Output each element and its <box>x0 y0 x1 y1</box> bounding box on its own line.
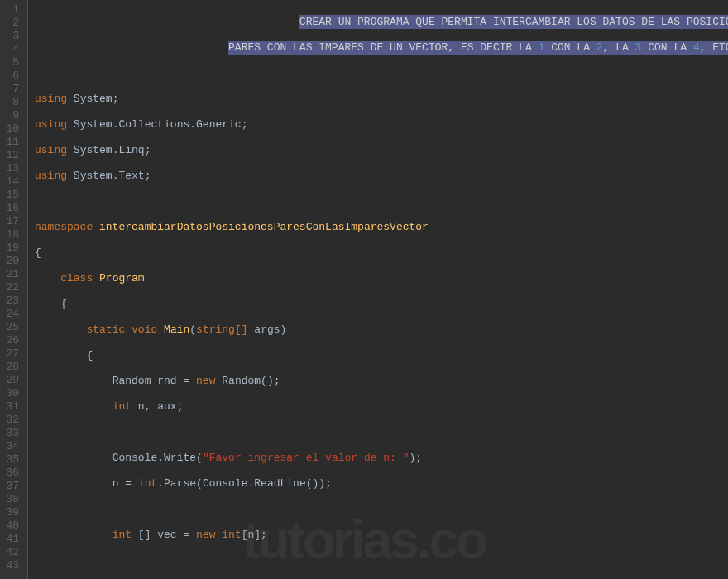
line-number: 24 <box>5 308 19 321</box>
line-number: 1 <box>5 3 19 17</box>
code-editor: 1234567891011121314151617181920212223242… <box>0 0 728 579</box>
line-number: 14 <box>5 175 19 189</box>
line-number: 37 <box>5 480 19 493</box>
comment-line-1: CREAR UN PROGRAMA QUE PERMITA INTERCAMBI… <box>299 15 728 29</box>
line-number: 28 <box>5 361 19 374</box>
line-number: 19 <box>5 242 19 255</box>
line-14: { <box>28 349 728 362</box>
line-number: 35 <box>5 453 19 467</box>
line-20 <box>28 503 728 516</box>
line-number: 10 <box>5 122 19 136</box>
line-number: 25 <box>5 321 19 334</box>
line-2: PARES CON LAS IMPARES DE UN VECTOR, ES D… <box>28 41 728 55</box>
line-11: class Program <box>28 272 728 285</box>
line-number: 4 <box>5 43 19 56</box>
line-15: Random rnd = new Random(); <box>28 375 728 388</box>
line-number: 7 <box>5 83 19 96</box>
line-22 <box>28 554 728 567</box>
line-21: int [] vec = new int[n]; <box>28 529 728 542</box>
line-9: namespace intercambiarDatosPosicionesPar… <box>28 221 728 234</box>
line-6: using System.Linq; <box>28 144 728 157</box>
line-number: 36 <box>5 467 19 480</box>
line-number-gutter: 1234567891011121314151617181920212223242… <box>0 0 28 579</box>
line-number: 43 <box>5 559 19 572</box>
line-17 <box>28 426 728 439</box>
line-13: static void Main(string[] args) <box>28 323 728 337</box>
line-number: 9 <box>5 109 19 122</box>
line-number: 39 <box>5 506 19 519</box>
line-number: 21 <box>5 268 19 281</box>
line-10: { <box>28 246 728 260</box>
line-number: 26 <box>5 334 19 347</box>
line-number: 8 <box>5 96 19 109</box>
line-number: 34 <box>5 440 19 453</box>
comment-line-2: PARES CON LAS IMPARES DE UN VECTOR, ES D… <box>228 41 728 55</box>
line-number: 29 <box>5 374 19 387</box>
line-number: 23 <box>5 294 19 308</box>
line-5: using System.Collections.Generic; <box>28 118 728 132</box>
line-number: 42 <box>5 546 19 559</box>
line-number: 20 <box>5 255 19 268</box>
line-number: 18 <box>5 228 19 242</box>
line-number: 6 <box>5 69 19 83</box>
line-number: 38 <box>5 493 19 506</box>
line-3 <box>28 67 728 80</box>
line-number: 13 <box>5 162 19 175</box>
line-4: using System; <box>28 93 728 106</box>
line-number: 27 <box>5 347 19 361</box>
line-number: 41 <box>5 533 19 546</box>
line-number: 2 <box>5 17 19 30</box>
line-number: 32 <box>5 414 19 427</box>
line-number: 30 <box>5 387 19 400</box>
line-number: 15 <box>5 189 19 202</box>
line-number: 12 <box>5 149 19 162</box>
line-18: Console.Write("Favor ingresar el valor d… <box>28 452 728 465</box>
line-number: 40 <box>5 519 19 533</box>
line-16: int n, aux; <box>28 400 728 414</box>
line-8 <box>28 195 728 208</box>
code-area[interactable]: CREAR UN PROGRAMA QUE PERMITA INTERCAMBI… <box>28 0 728 579</box>
line-12: { <box>28 298 728 311</box>
line-number: 3 <box>5 30 19 43</box>
line-number: 33 <box>5 427 19 440</box>
line-number: 17 <box>5 215 19 228</box>
line-19: n = int.Parse(Console.ReadLine()); <box>28 477 728 490</box>
line-number: 16 <box>5 202 19 215</box>
line-number: 5 <box>5 56 19 69</box>
line-1: CREAR UN PROGRAMA QUE PERMITA INTERCAMBI… <box>28 16 728 29</box>
line-number: 31 <box>5 400 19 414</box>
line-number: 22 <box>5 281 19 294</box>
line-7: using System.Text; <box>28 170 728 183</box>
line-number: 11 <box>5 136 19 149</box>
